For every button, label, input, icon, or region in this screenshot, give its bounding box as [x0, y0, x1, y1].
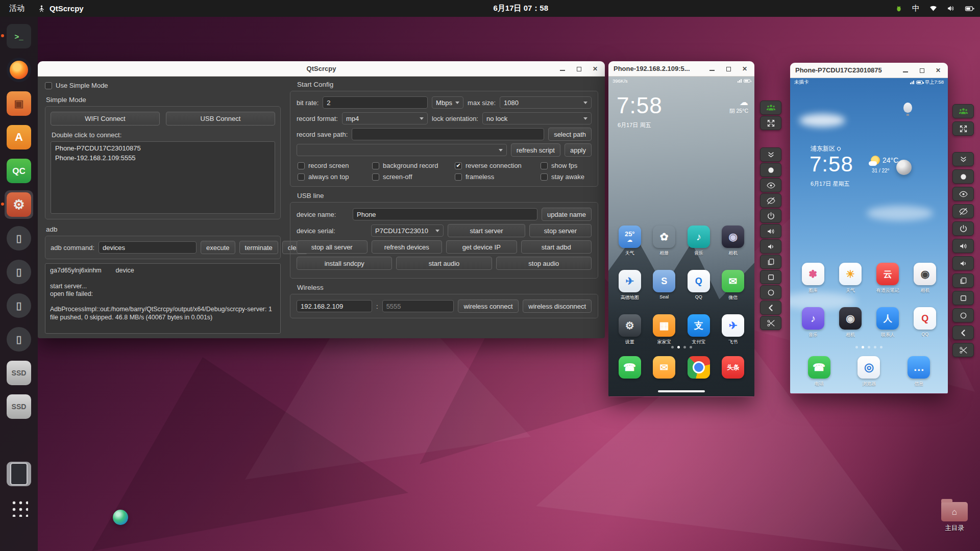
app-messages-app[interactable]: ✉ — [648, 356, 680, 379]
dock-item-ubuntu-software[interactable]: A — [7, 125, 31, 149]
max-size-select[interactable]: 1080 — [500, 96, 592, 109]
dock-item-firefox[interactable] — [7, 58, 31, 82]
install-sndcpy-button[interactable]: install sndcpy — [297, 257, 392, 270]
dock-item-scrcpy-instance-1[interactable]: ▯ — [7, 226, 31, 251]
record-save-path-input[interactable] — [352, 128, 544, 140]
app-联系人[interactable]: 人联系人 — [872, 307, 903, 338]
maximize-button[interactable] — [723, 63, 734, 74]
phone2-titlebar[interactable]: Phone-P7CDU17C23010875 ✕ — [790, 63, 948, 78]
full-screen-button[interactable] — [952, 121, 974, 136]
menu-button[interactable] — [760, 270, 781, 284]
dock-item-scrcpy-instance-3[interactable]: ▯ — [7, 293, 31, 318]
close-button[interactable]: ✕ — [590, 63, 601, 74]
screen-clip-button[interactable] — [952, 343, 974, 357]
wireless-port-input[interactable] — [382, 300, 454, 312]
show-screen-button[interactable] — [760, 178, 781, 192]
app-高德地图[interactable]: ✈高德地图 — [614, 270, 646, 301]
stop-audio-button[interactable]: stop audio — [496, 257, 592, 270]
menu-button[interactable] — [952, 291, 974, 305]
lock-orientation-select[interactable]: no lock — [482, 112, 592, 124]
volume-down-button[interactable] — [760, 239, 781, 254]
phone2-screen[interactable]: 未插卡 早上7:58 浦东新区 7:58 24°C 31 / 22° 6月17日… — [790, 78, 948, 393]
stop-server-button[interactable]: stop server — [529, 224, 592, 237]
app-音乐[interactable]: ♪音乐 — [683, 226, 715, 257]
home-button[interactable] — [760, 285, 781, 299]
device-list-item[interactable]: Phone-P7CDU17C23010875 — [54, 143, 272, 153]
checkbox-background-record[interactable]: background record — [372, 162, 455, 169]
app-qq[interactable]: QQQ — [683, 270, 715, 301]
start-adbd-button[interactable]: start adbd — [521, 240, 592, 254]
dock-item-scrcpy-instance-4[interactable]: ▯ — [7, 327, 31, 352]
minimize-button[interactable] — [557, 63, 568, 74]
refresh-script-button[interactable]: refresh script — [511, 143, 560, 157]
app-qq[interactable]: QQQ — [909, 307, 941, 338]
checkbox-frameless[interactable]: frameless — [455, 173, 541, 181]
power-button[interactable] — [760, 209, 781, 223]
dock-item-music-sphere[interactable] — [7, 428, 31, 453]
start-server-button[interactable]: start server — [448, 224, 525, 237]
device-list[interactable]: Phone-P7CDU17C23010875Phone-192.168.2.10… — [51, 141, 275, 214]
app-seal[interactable]: SSeal — [648, 270, 680, 301]
start-audio-button[interactable]: start audio — [396, 257, 492, 270]
group-control-button[interactable] — [952, 104, 974, 118]
checkbox-always-on-top[interactable]: always on top — [298, 173, 372, 181]
stop-all-server-button[interactable]: stop all server — [297, 240, 368, 254]
update-name-button[interactable]: update name — [542, 208, 592, 221]
maximize-button[interactable] — [573, 63, 584, 74]
wifi-icon[interactable] — [929, 4, 938, 13]
back-button[interactable] — [952, 325, 974, 340]
dock-item-ssd-2[interactable]: SSD — [7, 394, 31, 419]
dock-item-files[interactable]: ▣ — [7, 91, 31, 116]
maximize-button[interactable] — [916, 65, 927, 76]
home-button[interactable] — [952, 308, 974, 322]
app-相册[interactable]: ✿相册 — [648, 226, 680, 257]
use-simple-mode-checkbox[interactable]: Use Simple Mode — [45, 82, 108, 89]
device-serial-select[interactable]: P7CDU17C23010 — [371, 224, 444, 237]
dock-item-scrcpy-instance-2[interactable]: ▯ — [7, 260, 31, 284]
screen-clip-button[interactable] — [760, 316, 781, 330]
bit-rate-unit-select[interactable]: Mbps — [432, 96, 463, 109]
adb-log-output[interactable]: ga7d65ylnj6xinhm device start server... … — [45, 263, 281, 334]
app-浏览器[interactable]: ◎浏览器 — [853, 356, 885, 387]
app-switch-button[interactable] — [760, 255, 781, 269]
expand-notification-button[interactable] — [952, 152, 974, 166]
device-name-input[interactable] — [353, 208, 537, 220]
app-天气[interactable]: ☀天气 — [835, 263, 866, 294]
get-device-ip-button[interactable]: get device IP — [446, 240, 517, 254]
app-indicator-green-icon[interactable] — [895, 5, 903, 13]
app-微信[interactable]: ✉微信 — [717, 270, 749, 301]
screen-shot-button[interactable] — [760, 163, 781, 177]
apply-button[interactable]: apply — [565, 143, 592, 157]
checkbox-reverse-connection[interactable]: ✔reverse connection — [455, 162, 541, 169]
minimize-button[interactable] — [706, 63, 718, 74]
group-control-button[interactable] — [760, 101, 781, 115]
adb-command-input[interactable] — [99, 241, 197, 254]
battery-icon[interactable] — [965, 5, 975, 13]
volume-up-button[interactable] — [760, 224, 781, 238]
dock-item-phone-mirror[interactable] — [7, 462, 31, 486]
phone1-titlebar[interactable]: Phone-192.168.2.109:5... ✕ — [608, 61, 754, 77]
app-有道云笔记[interactable]: 云有道云笔记 — [872, 263, 903, 294]
app-相机[interactable]: ◉相机 — [835, 307, 866, 338]
screen-shot-button[interactable] — [952, 169, 974, 184]
dock-item-settings[interactable]: ⚙ — [7, 192, 31, 217]
app-飞书[interactable]: ✈飞书 — [717, 314, 749, 345]
focused-app-menu[interactable]: QtScrcpy — [38, 4, 84, 13]
app-chrome-app[interactable] — [683, 356, 715, 379]
dock-item-terminal[interactable]: >_ — [7, 24, 31, 48]
clock[interactable]: 6月17日 07：58 — [493, 4, 548, 13]
app-相机[interactable]: ◉相机 — [717, 226, 749, 257]
bit-rate-input[interactable] — [323, 96, 428, 109]
checkbox-record-screen[interactable]: record screen — [298, 162, 372, 169]
power-button[interactable] — [952, 221, 974, 236]
wireless-connect-button[interactable]: wireless connect — [458, 299, 519, 313]
app-天气[interactable]: 25°☁天气 — [614, 226, 646, 257]
hide-screen-button[interactable] — [952, 204, 974, 218]
checkbox-screen-off[interactable]: screen-off — [372, 173, 455, 181]
home-folder-desktop-icon[interactable]: ⌂ 主目录 — [938, 502, 971, 533]
refresh-devices-button[interactable]: refresh devices — [372, 240, 443, 254]
wireless-ip-input[interactable] — [297, 300, 372, 312]
wifi-connect-button[interactable]: WIFI Connect — [51, 112, 160, 126]
device-list-item[interactable]: Phone-192.168.2.109:5555 — [54, 153, 272, 163]
show-screen-button[interactable] — [952, 187, 974, 201]
